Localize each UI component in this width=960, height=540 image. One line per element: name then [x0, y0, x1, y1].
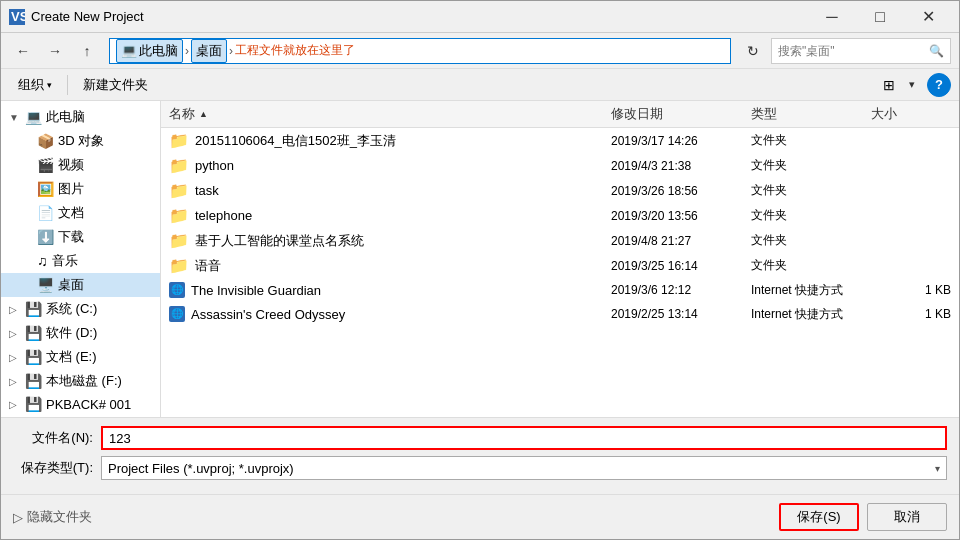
folder-icon: 📁: [169, 131, 189, 150]
expand-icon: ▷: [9, 304, 21, 315]
sort-icon-name: ▲: [199, 109, 208, 119]
app-icon: VS: [9, 9, 25, 25]
video-icon: 🎬: [37, 157, 54, 173]
organize-button[interactable]: 组织 ▾: [9, 73, 61, 97]
folder-icon: 📁: [169, 206, 189, 225]
expand-icon: ▷: [13, 510, 23, 525]
table-row[interactable]: 🌐 Assassin's Creed Odyssey 2019/2/25 13:…: [161, 302, 959, 326]
file-list-header: 名称 ▲ 修改日期 类型 大小: [161, 101, 959, 128]
forward-button[interactable]: →: [41, 37, 69, 65]
table-row[interactable]: 🌐 The Invisible Guardian 2019/3/6 12:12 …: [161, 278, 959, 302]
sidebar-item-desktop[interactable]: 🖥️ 桌面: [1, 273, 160, 297]
window-controls: ─ □ ✕: [809, 1, 951, 33]
drive-icon: 💾: [25, 349, 42, 365]
refresh-button[interactable]: ↻: [739, 37, 767, 65]
column-header-name[interactable]: 名称 ▲: [169, 105, 611, 123]
drive-icon: 💾: [25, 373, 42, 389]
file-area: 名称 ▲ 修改日期 类型 大小 📁20151106064_电信1502班_李玉清…: [161, 101, 959, 417]
expand-icon: ▷: [9, 352, 21, 363]
sidebar-item-docs[interactable]: 📄 文档: [1, 201, 160, 225]
breadcrumb-separator: ›: [185, 44, 189, 58]
dialog-window: VS Create New Project ─ □ ✕ ← → ↑ 💻 此电脑 …: [0, 0, 960, 540]
drive-icon: 💾: [25, 396, 42, 412]
sidebar: ▼ 💻 此电脑 📦 3D 对象 🎬 视频 🖼️ 图片 📄: [1, 101, 161, 417]
table-row[interactable]: 📁python 2019/4/3 21:38 文件夹: [161, 153, 959, 178]
file-list: 📁20151106064_电信1502班_李玉清 2019/3/17 14:26…: [161, 128, 959, 417]
sidebar-item-3d[interactable]: 📦 3D 对象: [1, 129, 160, 153]
close-button[interactable]: ✕: [905, 1, 951, 33]
breadcrumb-separator2: ›: [229, 44, 233, 58]
column-header-type[interactable]: 类型: [751, 105, 871, 123]
bottom-form: 文件名(N): 保存类型(T): Project Files (*.uvproj…: [1, 417, 959, 494]
computer-icon: 💻: [25, 109, 42, 125]
pictures-icon: 🖼️: [37, 181, 54, 197]
table-row[interactable]: 📁20151106064_电信1502班_李玉清 2019/3/17 14:26…: [161, 128, 959, 153]
filename-label: 文件名(N):: [13, 429, 93, 447]
up-button[interactable]: ↑: [73, 37, 101, 65]
expand-icon: ▷: [9, 399, 21, 410]
expand-icon: ▼: [9, 112, 21, 123]
sidebar-item-c[interactable]: ▷ 💾 系统 (C:): [1, 297, 160, 321]
table-row[interactable]: 📁语音 2019/3/25 16:14 文件夹: [161, 253, 959, 278]
expand-icon: ▷: [9, 376, 21, 387]
sidebar-item-music[interactable]: ♫ 音乐: [1, 249, 160, 273]
nav-toolbar: ← → ↑ 💻 此电脑 › 桌面 › 工程文件就放在这里了 ↻ 🔍: [1, 33, 959, 69]
folder-icon: 📁: [169, 181, 189, 200]
drive-icon: 💾: [25, 325, 42, 341]
filename-input[interactable]: [101, 426, 947, 450]
hidden-files-toggle[interactable]: ▷ 隐藏文件夹: [13, 508, 92, 526]
folder-icon: 📁: [169, 231, 189, 250]
search-icon: 🔍: [929, 44, 944, 58]
sidebar-item-video[interactable]: 🎬 视频: [1, 153, 160, 177]
back-button[interactable]: ←: [9, 37, 37, 65]
folder-icon: 📦: [37, 133, 54, 149]
desktop-icon: 🖥️: [37, 277, 54, 293]
dropdown-arrow-icon: ▾: [935, 463, 940, 474]
main-content: ▼ 💻 此电脑 📦 3D 对象 🎬 视频 🖼️ 图片 📄: [1, 101, 959, 417]
table-row[interactable]: 📁task 2019/3/26 18:56 文件夹: [161, 178, 959, 203]
expand-icon: ▷: [9, 328, 21, 339]
sidebar-item-computer[interactable]: ▼ 💻 此电脑: [1, 105, 160, 129]
view-arrow[interactable]: ▾: [909, 78, 915, 91]
svg-text:VS: VS: [11, 9, 25, 24]
music-icon: ♫: [37, 253, 48, 269]
column-header-date[interactable]: 修改日期: [611, 105, 751, 123]
internet-shortcut-icon: 🌐: [169, 306, 185, 322]
help-button[interactable]: ?: [927, 73, 951, 97]
sidebar-item-e[interactable]: ▷ 💾 文档 (E:): [1, 345, 160, 369]
table-row[interactable]: 📁telephone 2019/3/20 13:56 文件夹: [161, 203, 959, 228]
downloads-icon: ⬇️: [37, 229, 54, 245]
breadcrumb-annotation: 工程文件就放在这里了: [235, 42, 355, 59]
search-box[interactable]: 🔍: [771, 38, 951, 64]
folder-icon: 📁: [169, 256, 189, 275]
column-header-size[interactable]: 大小: [871, 105, 951, 123]
docs-icon: 📄: [37, 205, 54, 221]
new-folder-button[interactable]: 新建文件夹: [74, 73, 157, 97]
organize-arrow-icon: ▾: [47, 80, 52, 90]
search-input[interactable]: [778, 44, 929, 58]
computer-icon: 💻: [121, 43, 137, 58]
folder-icon: 📁: [169, 156, 189, 175]
breadcrumb-segment-desktop: 桌面: [191, 39, 227, 63]
sidebar-item-downloads[interactable]: ⬇️ 下载: [1, 225, 160, 249]
address-bar[interactable]: 💻 此电脑 › 桌面 › 工程文件就放在这里了: [109, 38, 731, 64]
save-button[interactable]: 保存(S): [779, 503, 859, 531]
title-bar: VS Create New Project ─ □ ✕: [1, 1, 959, 33]
action-bar: 组织 ▾ 新建文件夹 ⊞ ▾ ?: [1, 69, 959, 101]
sidebar-item-d[interactable]: ▷ 💾 软件 (D:): [1, 321, 160, 345]
filetype-row: 保存类型(T): Project Files (*.uvproj; *.uvpr…: [13, 456, 947, 480]
breadcrumb-segment-computer: 💻 此电脑: [116, 39, 183, 63]
sidebar-item-f[interactable]: ▷ 💾 本地磁盘 (F:): [1, 369, 160, 393]
filetype-label: 保存类型(T):: [13, 459, 93, 477]
action-separator: [67, 75, 68, 95]
table-row[interactable]: 📁基于人工智能的课堂点名系统 2019/4/8 21:27 文件夹: [161, 228, 959, 253]
footer-buttons: 保存(S) 取消: [779, 503, 947, 531]
filetype-dropdown[interactable]: Project Files (*.uvproj; *.uvprojx) ▾: [101, 456, 947, 480]
sidebar-item-pictures[interactable]: 🖼️ 图片: [1, 177, 160, 201]
maximize-button[interactable]: □: [857, 1, 903, 33]
sidebar-item-pkback[interactable]: ▷ 💾 PKBACK# 001: [1, 393, 160, 415]
dialog-title: Create New Project: [31, 9, 809, 24]
view-button[interactable]: ⊞: [875, 71, 903, 99]
minimize-button[interactable]: ─: [809, 1, 855, 33]
cancel-button[interactable]: 取消: [867, 503, 947, 531]
